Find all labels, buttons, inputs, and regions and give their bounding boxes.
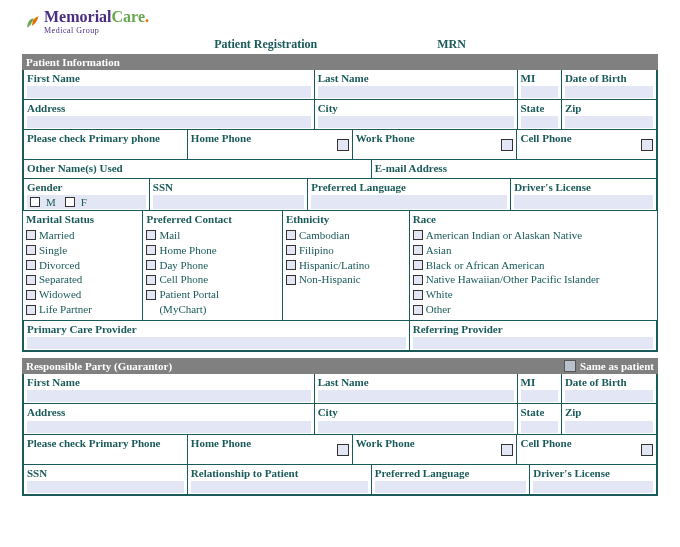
- g-pref-lang-label: Preferred Language: [375, 467, 527, 480]
- g-mi-label: MI: [521, 376, 558, 389]
- last-name-input[interactable]: [318, 86, 514, 98]
- marital-option-label: Divorced: [39, 258, 80, 273]
- g-address-label: Address: [27, 406, 311, 419]
- home-phone-checkbox[interactable]: [337, 139, 349, 151]
- email-label: E-mail Address: [375, 162, 653, 175]
- race-checkbox[interactable]: [413, 290, 423, 300]
- g-dob-input[interactable]: [565, 390, 653, 402]
- marital-checkbox[interactable]: [26, 305, 36, 315]
- city-input[interactable]: [318, 116, 514, 128]
- g-city-label: City: [318, 406, 514, 419]
- race-checkbox[interactable]: [413, 305, 423, 315]
- ref-prov-input[interactable]: [413, 337, 653, 349]
- same-as-patient-checkbox[interactable]: [564, 360, 576, 372]
- cell-phone-checkbox[interactable]: [641, 139, 653, 151]
- contact-checkbox[interactable]: [146, 230, 156, 240]
- marital-checkbox[interactable]: [26, 245, 36, 255]
- contact-checkbox[interactable]: [146, 245, 156, 255]
- marital-checkbox[interactable]: [26, 290, 36, 300]
- ref-prov-label: Referring Provider: [413, 323, 653, 336]
- race-option-label: Other: [426, 302, 451, 317]
- primary-phone-label: Please check Primary phone: [27, 132, 184, 145]
- marital-option-label: Single: [39, 243, 67, 258]
- g-address-input[interactable]: [27, 421, 311, 433]
- ssn-input[interactable]: [153, 195, 305, 209]
- logo-brand-right: Care: [112, 8, 145, 25]
- contact-option-label: Patient Portal: [159, 287, 219, 302]
- g-state-label: State: [521, 406, 558, 419]
- race-option-label: Black or African American: [426, 258, 545, 273]
- marital-checkbox[interactable]: [26, 275, 36, 285]
- address-input[interactable]: [27, 116, 311, 128]
- g-rel-input[interactable]: [191, 481, 368, 493]
- contact-option-label: Mail: [159, 228, 180, 243]
- g-cell-phone-checkbox[interactable]: [641, 444, 653, 456]
- marital-option-label: Married: [39, 228, 74, 243]
- gender-label: Gender: [27, 181, 146, 194]
- ssn-label: SSN: [153, 181, 305, 194]
- contact-checkbox[interactable]: [146, 260, 156, 270]
- g-dl-input[interactable]: [533, 481, 653, 493]
- work-phone-checkbox[interactable]: [501, 139, 513, 151]
- zip-input[interactable]: [565, 116, 653, 128]
- g-mi-input[interactable]: [521, 390, 558, 402]
- g-ssn-input[interactable]: [27, 481, 184, 493]
- marital-checkbox[interactable]: [26, 230, 36, 240]
- pref-lang-input[interactable]: [311, 195, 507, 209]
- race-checkbox[interactable]: [413, 245, 423, 255]
- mi-input[interactable]: [521, 86, 558, 98]
- page-title: Patient Registration: [214, 37, 317, 52]
- g-home-phone-checkbox[interactable]: [337, 444, 349, 456]
- ethnicity-label: Ethnicity: [286, 213, 329, 225]
- race-option-label: Asian: [426, 243, 452, 258]
- g-city-input[interactable]: [318, 421, 514, 433]
- ethnicity-option-label: Non-Hispanic: [299, 272, 361, 287]
- marital-checkbox[interactable]: [26, 260, 36, 270]
- marital-option-label: Separated: [39, 272, 82, 287]
- race-checkbox[interactable]: [413, 230, 423, 240]
- contact-checkbox[interactable]: [146, 290, 156, 300]
- logo: MemorialCare. Medical Group: [22, 8, 658, 35]
- address-label: Address: [27, 102, 311, 115]
- dl-input[interactable]: [514, 195, 653, 209]
- home-phone-label: Home Phone: [191, 132, 337, 145]
- pref-contact-label: Preferred Contact: [146, 213, 231, 225]
- first-name-label: First Name: [27, 72, 311, 85]
- ethnicity-checkbox[interactable]: [286, 260, 296, 270]
- g-work-phone-checkbox[interactable]: [501, 444, 513, 456]
- g-rel-label: Relationship to Patient: [191, 467, 368, 480]
- marital-label: Marital Status: [26, 213, 94, 225]
- dob-input[interactable]: [565, 86, 653, 98]
- race-label: Race: [413, 213, 436, 225]
- logo-dot: .: [145, 8, 149, 25]
- gender-m-checkbox[interactable]: [30, 197, 40, 207]
- g-first-name-input[interactable]: [27, 390, 311, 402]
- state-label: State: [521, 102, 558, 115]
- gender-m-label: M: [46, 196, 56, 208]
- mrn-label: MRN: [437, 37, 466, 52]
- g-state-input[interactable]: [521, 421, 558, 433]
- dob-label: Date of Birth: [565, 72, 653, 85]
- gender-f-checkbox[interactable]: [65, 197, 75, 207]
- g-first-name-label: First Name: [27, 376, 311, 389]
- g-last-name-input[interactable]: [318, 390, 514, 402]
- pcp-input[interactable]: [27, 337, 406, 349]
- logo-subtext: Medical Group: [44, 26, 149, 35]
- ethnicity-option-label: Hispanic/Latino: [299, 258, 370, 273]
- state-input[interactable]: [521, 116, 558, 128]
- race-option-label: American Indian or Alaskan Native: [426, 228, 582, 243]
- first-name-input[interactable]: [27, 86, 311, 98]
- g-zip-input[interactable]: [565, 421, 653, 433]
- ethnicity-checkbox[interactable]: [286, 230, 296, 240]
- contact-checkbox[interactable]: [146, 275, 156, 285]
- dl-label: Driver's License: [514, 181, 653, 194]
- race-option-label: White: [426, 287, 453, 302]
- g-pref-lang-input[interactable]: [375, 481, 527, 493]
- g-work-phone-label: Work Phone: [356, 437, 502, 450]
- ethnicity-checkbox[interactable]: [286, 275, 296, 285]
- ethnicity-option-label: Filipino: [299, 243, 334, 258]
- race-checkbox[interactable]: [413, 275, 423, 285]
- race-checkbox[interactable]: [413, 260, 423, 270]
- logo-brand-left: Memorial: [44, 8, 112, 25]
- ethnicity-checkbox[interactable]: [286, 245, 296, 255]
